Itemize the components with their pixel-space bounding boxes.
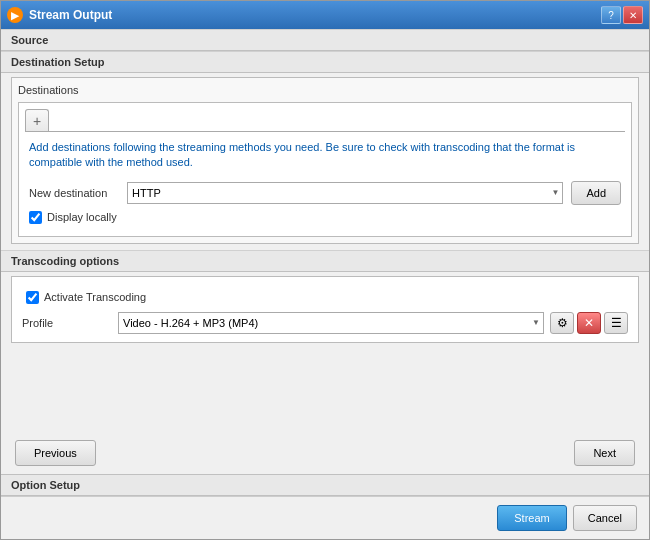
title-bar-buttons: ? ✕ <box>601 6 643 24</box>
main-window: ▶ Stream Output ? ✕ Source Destination S… <box>0 0 650 540</box>
add-tab-button[interactable]: + <box>25 109 49 131</box>
destination-setup-header: Destination Setup <box>1 51 649 73</box>
destinations-label: Destinations <box>18 84 632 96</box>
add-destination-button[interactable]: Add <box>571 181 621 205</box>
close-button[interactable]: ✕ <box>623 6 643 24</box>
display-locally-row: Display locally <box>29 211 621 224</box>
activate-transcoding-checkbox[interactable] <box>26 291 39 304</box>
new-destination-label: New destination <box>29 187 119 199</box>
app-icon: ▶ <box>7 7 23 23</box>
profile-row: Profile Video - H.264 + MP3 (MP4) Video … <box>22 312 628 334</box>
display-locally-label: Display locally <box>47 211 117 223</box>
options-profile-button[interactable]: ☰ <box>604 312 628 334</box>
title-bar: ▶ Stream Output ? ✕ <box>1 1 649 29</box>
destination-select[interactable]: HTTP RTSP RTP UDP FILE RTMP <box>127 182 563 204</box>
help-button[interactable]: ? <box>601 6 621 24</box>
destination-select-wrapper: HTTP RTSP RTP UDP FILE RTMP <box>127 182 563 204</box>
activate-transcoding-row: Activate Transcoding <box>26 291 624 304</box>
delete-icon: ✕ <box>584 316 594 330</box>
stream-button[interactable]: Stream <box>497 505 566 531</box>
footer-area: Previous Next Option Setup Stream Cancel <box>1 351 649 539</box>
delete-profile-button[interactable]: ✕ <box>577 312 601 334</box>
profile-label: Profile <box>22 317 112 329</box>
display-locally-checkbox[interactable] <box>29 211 42 224</box>
transcoding-group: Activate Transcoding Profile Video - H.2… <box>11 276 639 343</box>
destinations-info-text: Add destinations following the streaming… <box>29 140 621 171</box>
window-title: Stream Output <box>29 8 601 22</box>
edit-profile-button[interactable]: ⚙ <box>550 312 574 334</box>
cancel-button[interactable]: Cancel <box>573 505 637 531</box>
transcoding-inner: Activate Transcoding Profile Video - H.2… <box>11 276 639 343</box>
options-icon: ☰ <box>611 316 622 330</box>
profile-actions: ⚙ ✕ ☰ <box>550 312 628 334</box>
source-section-header: Source <box>1 29 649 51</box>
transcoding-section-header: Transcoding options <box>1 250 649 272</box>
edit-icon: ⚙ <box>557 316 568 330</box>
nav-buttons: Previous Next <box>1 432 649 474</box>
content-area: Source Destination Setup Destinations + … <box>1 29 649 539</box>
profile-select[interactable]: Video - H.264 + MP3 (MP4) Video - H.265 … <box>118 312 544 334</box>
activate-transcoding-label: Activate Transcoding <box>44 291 146 303</box>
option-setup-bar: Option Setup <box>1 474 649 496</box>
next-button[interactable]: Next <box>574 440 635 466</box>
destinations-group: Destinations + Add destinations followin… <box>11 77 639 244</box>
profile-select-wrapper: Video - H.264 + MP3 (MP4) Video - H.265 … <box>118 312 544 334</box>
new-destination-row: New destination HTTP RTSP RTP UDP FILE R… <box>29 181 621 205</box>
bottom-buttons: Stream Cancel <box>1 496 649 539</box>
previous-button[interactable]: Previous <box>15 440 96 466</box>
tab-area: + <box>25 109 625 132</box>
